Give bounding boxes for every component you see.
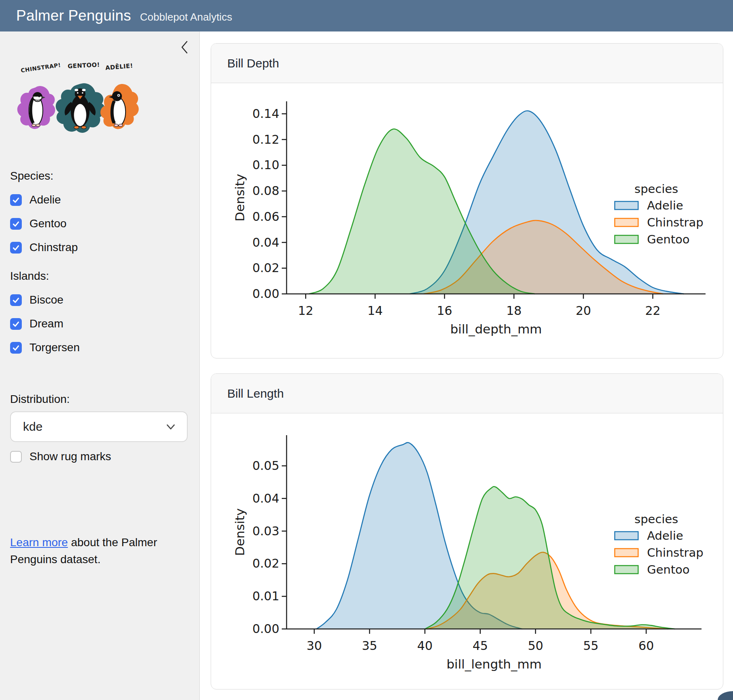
svg-text:55: 55 [583, 639, 599, 653]
svg-text:20: 20 [576, 304, 591, 318]
svg-text:0.00: 0.00 [252, 287, 279, 301]
rug-group: Show rug marks [10, 450, 111, 463]
main-content: Bill Depth 1214161820220.000.020.040.060… [200, 31, 733, 700]
check-icon [12, 196, 20, 204]
gentoo-checkbox[interactable] [10, 218, 22, 230]
checkbox-row-biscoe[interactable]: Biscoe [10, 293, 80, 306]
svg-text:species: species [635, 182, 678, 196]
svg-text:0.04: 0.04 [252, 235, 279, 249]
distribution-label: Distribution: [10, 393, 188, 406]
svg-text:50: 50 [528, 639, 543, 653]
svg-text:0.05: 0.05 [252, 459, 279, 473]
svg-text:Adelie: Adelie [647, 529, 683, 543]
torgersen-checkbox[interactable] [10, 342, 22, 354]
svg-text:14: 14 [367, 304, 383, 318]
app-subtitle: Cobblepot Analytics [140, 11, 232, 23]
sidebar: CHINSTRAP! GENTOO! ADĒLIE! Species: Adel… [0, 31, 200, 700]
learn-more-text: Learn more about the Palmer Penguins dat… [10, 534, 184, 568]
species-group-label: Species: [10, 170, 78, 182]
svg-text:Density: Density [232, 508, 247, 556]
svg-text:30: 30 [306, 639, 322, 653]
check-icon [12, 220, 20, 228]
svg-text:Chinstrap: Chinstrap [647, 216, 704, 229]
svg-text:0.08: 0.08 [252, 184, 279, 198]
distribution-group: Distribution: kde [10, 393, 188, 442]
svg-text:species: species [635, 512, 678, 526]
svg-text:22: 22 [645, 304, 660, 318]
check-icon [12, 320, 20, 328]
svg-text:bill_length_mm: bill_length_mm [446, 657, 542, 671]
check-icon [12, 296, 20, 304]
svg-text:35: 35 [362, 639, 377, 653]
svg-text:40: 40 [417, 639, 433, 653]
bill-depth-card-title: Bill Depth [227, 57, 279, 70]
adelie-checkbox-label: Adelie [29, 193, 61, 206]
svg-text:Adelie: Adelie [647, 199, 683, 212]
bill-depth-card: Bill Depth 1214161820220.000.020.040.060… [211, 43, 723, 358]
svg-text:0.04: 0.04 [252, 491, 279, 505]
check-icon [12, 344, 20, 352]
bill-length-card: Bill Length 303540455055600.000.010.020.… [211, 373, 723, 690]
islands-group-label: Islands: [10, 270, 80, 283]
svg-text:0.10: 0.10 [252, 158, 279, 172]
dream-checkbox-label: Dream [29, 317, 63, 330]
gentoo-checkbox-label: Gentoo [29, 217, 67, 230]
torgersen-checkbox-label: Torgersen [29, 341, 80, 354]
svg-text:Gentoo: Gentoo [647, 563, 690, 576]
adelie-checkbox[interactable] [10, 194, 22, 206]
checkbox-row-rug[interactable]: Show rug marks [10, 450, 111, 463]
penguin-artwork-image: CHINSTRAP! GENTOO! ADĒLIE! [11, 61, 149, 145]
chinstrap-checkbox[interactable] [10, 242, 22, 254]
svg-text:Chinstrap: Chinstrap [647, 546, 704, 560]
distribution-select-value: kde [23, 420, 42, 434]
checkbox-row-torgersen[interactable]: Torgersen [10, 341, 80, 354]
checkbox-row-gentoo[interactable]: Gentoo [10, 217, 78, 230]
chinstrap-label: CHINSTRAP! [21, 62, 61, 74]
corner-accent [718, 691, 733, 700]
check-icon [12, 243, 20, 252]
species-filter-group: Species: Adelie Gentoo Chinstrap [10, 170, 78, 254]
checkbox-row-adelie[interactable]: Adelie [10, 193, 78, 206]
checkbox-row-chinstrap[interactable]: Chinstrap [10, 241, 78, 254]
chevron-down-icon [165, 421, 176, 432]
svg-text:bill_depth_mm: bill_depth_mm [450, 322, 542, 336]
svg-text:Gentoo: Gentoo [647, 233, 690, 246]
bill-depth-card-header: Bill Depth [211, 44, 723, 83]
biscoe-checkbox-label: Biscoe [29, 293, 63, 306]
svg-text:0.01: 0.01 [252, 589, 279, 603]
chevron-left-icon [179, 40, 190, 55]
rug-checkbox[interactable] [10, 451, 22, 463]
svg-text:0.12: 0.12 [252, 132, 279, 147]
rug-checkbox-label: Show rug marks [29, 450, 111, 463]
islands-filter-group: Islands: Biscoe Dream Torgersen [10, 270, 80, 354]
bill-length-card-title: Bill Length [227, 387, 284, 400]
bill-length-card-header: Bill Length [211, 374, 723, 413]
svg-text:0.00: 0.00 [252, 622, 279, 636]
dream-checkbox[interactable] [10, 318, 22, 330]
svg-text:0.03: 0.03 [252, 524, 279, 538]
adelie-label: ADĒLIE! [105, 62, 133, 71]
svg-text:0.02: 0.02 [252, 261, 279, 275]
bill-length-plot: 303540455055600.000.010.020.030.040.05bi… [211, 413, 723, 689]
svg-text:60: 60 [639, 639, 654, 653]
svg-text:0.02: 0.02 [252, 556, 279, 570]
svg-text:12: 12 [298, 304, 313, 318]
svg-text:18: 18 [506, 304, 521, 318]
chinstrap-checkbox-label: Chinstrap [29, 241, 78, 254]
checkbox-row-dream[interactable]: Dream [10, 317, 80, 330]
distribution-select[interactable]: kde [10, 411, 188, 442]
svg-text:Density: Density [232, 174, 247, 222]
biscoe-checkbox[interactable] [10, 294, 22, 306]
gentoo-label: GENTOO! [67, 61, 100, 69]
app-header: Palmer Penguins Cobblepot Analytics [0, 0, 733, 31]
sidebar-collapse-button[interactable] [179, 40, 190, 55]
svg-text:16: 16 [437, 304, 452, 318]
app-window: Palmer Penguins Cobblepot Analytics [0, 0, 733, 700]
app-title: Palmer Penguins [16, 7, 131, 24]
svg-text:45: 45 [473, 639, 488, 653]
bill-depth-plot: 1214161820220.000.020.040.060.080.100.12… [211, 83, 723, 358]
learn-more-link[interactable]: Learn more [10, 536, 68, 549]
svg-text:0.06: 0.06 [252, 210, 279, 224]
svg-text:0.14: 0.14 [252, 107, 279, 121]
